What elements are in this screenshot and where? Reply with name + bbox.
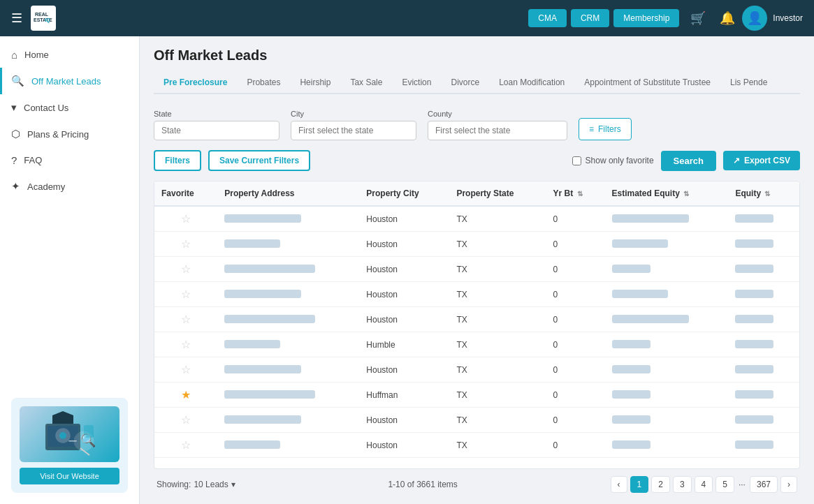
star-empty-icon[interactable]: ☆ <box>181 238 191 250</box>
star-cell-0[interactable]: ☆ <box>154 206 217 232</box>
contact-icon: ▾ <box>11 101 17 114</box>
sidebar-item-faq[interactable]: ? FAQ <box>0 147 139 173</box>
visit-website-button[interactable]: Visit Our Website <box>20 468 119 484</box>
state-label: State <box>154 110 279 118</box>
show-favorite-checkbox[interactable] <box>572 156 581 165</box>
address-cell-7 <box>217 383 359 408</box>
address-cell-8 <box>217 408 359 433</box>
star-cell-6[interactable]: ☆ <box>154 357 217 383</box>
state-input[interactable] <box>154 121 279 140</box>
city-input[interactable] <box>291 121 416 140</box>
yr-bt-cell-4: 0 <box>546 307 605 332</box>
star-empty-icon[interactable]: ☆ <box>181 263 191 275</box>
star-cell-3[interactable]: ☆ <box>154 282 217 307</box>
table-row: ☆ HoustonTX0 <box>154 257 799 282</box>
page-ellipsis: ··· <box>737 477 747 492</box>
star-empty-icon[interactable]: ☆ <box>181 364 191 376</box>
show-favorite-toggle[interactable]: Show only favorite <box>572 156 654 165</box>
notification-icon[interactable]: 🔔 <box>720 10 735 26</box>
star-empty-icon[interactable]: ☆ <box>181 339 191 350</box>
est-equity-cell-0 <box>605 206 729 232</box>
export-csv-button[interactable]: ↗ Export CSV <box>723 151 800 170</box>
page-5-button[interactable]: 5 <box>715 476 734 493</box>
star-empty-icon[interactable]: ☆ <box>181 439 191 451</box>
city-cell-8: Houston <box>359 408 449 433</box>
membership-button[interactable]: Membership <box>613 9 679 27</box>
address-blurred-1 <box>224 239 280 248</box>
sidebar-item-home[interactable]: ⌂ Home <box>0 42 139 68</box>
hamburger-menu[interactable]: ☰ <box>11 10 22 26</box>
tab-eviction[interactable]: Eviction <box>392 72 441 94</box>
sidebar-item-off-market-leads[interactable]: 🔍 Off Market Leads <box>0 68 139 94</box>
equity-blurred-9 <box>735 440 773 449</box>
main-content: Off Market Leads Pre Foreclosure Probate… <box>140 36 814 504</box>
equity-cell-1 <box>728 232 799 257</box>
tab-lis-pende[interactable]: Lis Pende <box>720 72 777 94</box>
next-page-button[interactable]: › <box>780 476 797 493</box>
cart-icon[interactable]: 🛒 <box>690 10 706 26</box>
sidebar-item-plans-pricing[interactable]: ⬡ Plans & Pricing <box>0 121 139 147</box>
tab-loan-modification[interactable]: Loan Modification <box>489 72 574 94</box>
tab-appointment-substitute-trustee[interactable]: Appointment of Substitute Trustee <box>574 72 720 94</box>
page-title: Off Market Leads <box>154 47 800 64</box>
star-cell-8[interactable]: ☆ <box>154 408 217 433</box>
state-cell-5: TX <box>449 332 546 357</box>
star-empty-icon[interactable]: ☆ <box>181 313 191 325</box>
action-row: Filters Save Current Filters Show only f… <box>154 150 800 171</box>
tab-probates[interactable]: Probates <box>237 72 290 94</box>
search-button[interactable]: Search <box>661 151 716 171</box>
col-property-address: Property Address <box>217 181 359 206</box>
star-empty-icon[interactable]: ☆ <box>181 414 191 426</box>
address-blurred-0 <box>224 214 301 223</box>
star-empty-icon[interactable]: ☆ <box>181 288 191 300</box>
sidebar-item-academy[interactable]: ✦ Academy <box>0 173 139 200</box>
county-label: County <box>428 110 567 118</box>
tab-tax-sale[interactable]: Tax Sale <box>340 72 392 94</box>
star-cell-5[interactable]: ☆ <box>154 332 217 357</box>
star-empty-icon[interactable]: ☆ <box>181 213 191 225</box>
yr-bt-cell-0: 0 <box>546 206 605 232</box>
county-input[interactable] <box>428 121 567 140</box>
est-equity-blurred-0 <box>612 214 689 223</box>
showing-select[interactable]: Showing: 10 Leads ▾ <box>157 480 235 489</box>
save-filters-button[interactable]: Save Current Filters <box>208 150 310 171</box>
filters-button[interactable]: Filters <box>154 150 201 171</box>
page-3-button[interactable]: 3 <box>673 476 692 493</box>
city-filter-group: City <box>291 110 416 140</box>
equity-cell-3 <box>728 282 799 307</box>
star-filled-icon[interactable]: ★ <box>181 389 191 401</box>
logo-icon: REAL ESTATE IQ <box>31 6 56 31</box>
top-nav: ☰ REAL ESTATE IQ CMA CRM Membership 🛒 🔔 … <box>0 0 814 36</box>
table-header-row: Favorite Property Address Property City … <box>154 181 799 206</box>
table-row: ☆ HoustonTX0 <box>154 433 799 458</box>
col-estimated-equity[interactable]: Estimated Equity ⇅ <box>605 181 729 206</box>
page-last-button[interactable]: 367 <box>750 476 778 493</box>
tab-heirship[interactable]: Heirship <box>290 72 340 94</box>
logo-area: REAL ESTATE IQ <box>31 6 56 31</box>
equity-blurred-7 <box>735 390 773 399</box>
table-row: ☆ HoustonTX0 <box>154 232 799 257</box>
table-body: ☆ HoustonTX0 ☆ HoustonTX0 ☆ HoustonTX0 ☆… <box>154 206 799 458</box>
filters-icon-button[interactable]: ≡ Filters <box>579 118 632 140</box>
col-equity[interactable]: Equity ⇅ <box>728 181 799 206</box>
prev-page-button[interactable]: ‹ <box>611 476 627 493</box>
star-cell-2[interactable]: ☆ <box>154 257 217 282</box>
academy-icon: ✦ <box>11 180 20 193</box>
page-2-button[interactable]: 2 <box>651 476 670 493</box>
cma-button[interactable]: CMA <box>528 9 567 27</box>
page-4-button[interactable]: 4 <box>695 476 713 493</box>
filter-lines-icon: ≡ <box>589 124 594 134</box>
col-yr-bt[interactable]: Yr Bt ⇅ <box>546 181 605 206</box>
star-cell-1[interactable]: ☆ <box>154 232 217 257</box>
crm-button[interactable]: CRM <box>571 9 609 27</box>
page-range-info: 1-10 of 3661 items <box>388 480 457 489</box>
star-cell-9[interactable]: ☆ <box>154 433 217 458</box>
sidebar-item-contact-us[interactable]: ▾ Contact Us <box>0 94 139 121</box>
est-equity-blurred-4 <box>612 315 689 323</box>
star-cell-7[interactable]: ★ <box>154 383 217 408</box>
tab-pre-foreclosure[interactable]: Pre Foreclosure <box>154 72 237 94</box>
avatar[interactable]: 👤 <box>742 6 767 31</box>
star-cell-4[interactable]: ☆ <box>154 307 217 332</box>
page-1-button[interactable]: 1 <box>630 476 649 493</box>
tab-divorce[interactable]: Divorce <box>441 72 489 94</box>
